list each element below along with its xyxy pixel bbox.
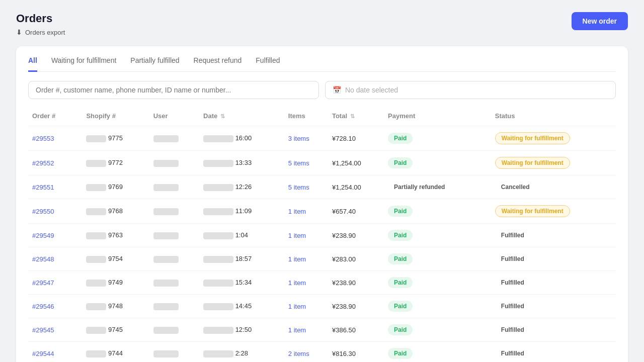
order-link[interactable]: #29544 — [32, 350, 54, 357]
order-link[interactable]: #29553 — [32, 135, 54, 142]
order-link[interactable]: #29545 — [32, 326, 54, 334]
items-link[interactable]: 1 item — [288, 232, 306, 239]
blurred-date — [203, 160, 233, 167]
date-cell: 16:00 — [199, 126, 284, 151]
status-badge: Fulfilled — [495, 324, 530, 335]
date-picker[interactable]: 📅 No date selected — [325, 81, 616, 99]
status-badge: Fulfilled — [495, 230, 530, 241]
page-title: Orders — [16, 12, 65, 25]
blurred-date — [203, 327, 233, 334]
orders-export-link[interactable]: ⬇ Orders export — [16, 28, 65, 36]
items-link[interactable]: 1 item — [288, 208, 306, 215]
items-link[interactable]: 1 item — [288, 303, 306, 310]
order-link[interactable]: #29551 — [32, 184, 54, 191]
items-cell: 1 item — [284, 224, 328, 247]
blurred-date — [203, 280, 233, 287]
blurred-user — [153, 160, 179, 167]
items-link[interactable]: 2 items — [288, 350, 309, 357]
tab-waiting[interactable]: Waiting for fulfillment — [51, 56, 116, 72]
col-total[interactable]: Total ⇅ — [328, 109, 384, 126]
payment-cell: Paid — [384, 295, 491, 318]
blurred-date — [203, 184, 233, 191]
total-cell: ¥1,254.00 — [328, 151, 384, 175]
status-badge: Waiting for fulfillment — [495, 157, 570, 169]
order-link[interactable]: #29549 — [32, 232, 54, 239]
total-cell: ¥816.30 — [328, 342, 384, 363]
tab-fulfilled[interactable]: Fulfilled — [256, 56, 280, 72]
user-cell — [149, 247, 199, 271]
items-cell: 1 item — [284, 271, 328, 295]
shopify-cell: 9775 — [82, 126, 149, 151]
payment-cell: Paid — [384, 151, 491, 175]
payment-cell: Paid — [384, 199, 491, 224]
search-input[interactable] — [28, 81, 319, 99]
tab-all[interactable]: All — [28, 56, 37, 72]
items-link[interactable]: 5 items — [288, 159, 309, 167]
total-cell: ¥238.90 — [328, 271, 384, 295]
status-badge: Waiting for fulfillment — [495, 132, 570, 144]
status-badge: Cancelled — [495, 182, 536, 193]
total-cell: ¥1,254.00 — [328, 175, 384, 199]
items-link[interactable]: 1 item — [288, 326, 306, 334]
status-cell: Fulfilled — [491, 271, 616, 295]
items-cell: 5 items — [284, 151, 328, 175]
blurred-date — [203, 350, 233, 357]
user-cell — [149, 342, 199, 363]
tab-partial[interactable]: Partially fulfilled — [130, 56, 179, 72]
items-link[interactable]: 3 items — [288, 135, 309, 142]
calendar-icon: 📅 — [333, 86, 341, 94]
items-link[interactable]: 1 item — [288, 279, 306, 287]
date-placeholder: No date selected — [345, 86, 398, 94]
shopify-cell: 9744 — [82, 342, 149, 363]
payment-badge: Paid — [388, 301, 413, 312]
user-cell — [149, 175, 199, 199]
table-row: #29547 9749 15:341 item¥238.90PaidFulfil… — [28, 271, 616, 295]
order-link[interactable]: #29546 — [32, 303, 54, 310]
blurred-user — [153, 256, 179, 263]
order-link[interactable]: #29550 — [32, 208, 54, 215]
col-date[interactable]: Date ⇅ — [199, 109, 284, 126]
order-link[interactable]: #29547 — [32, 279, 54, 287]
shopify-cell: 9754 — [82, 247, 149, 271]
orders-table: Order # Shopify # User Date ⇅ Items Tota… — [28, 109, 616, 362]
total-cell: ¥283.00 — [328, 247, 384, 271]
total-cell: ¥238.90 — [328, 295, 384, 318]
blurred-shopify — [86, 327, 106, 334]
shopify-cell: 9745 — [82, 318, 149, 342]
order-cell: #29546 — [28, 295, 82, 318]
blurred-shopify — [86, 184, 106, 191]
blurred-user — [153, 208, 179, 215]
tab-bar: All Waiting for fulfillment Partially fu… — [28, 56, 616, 72]
payment-cell: Paid — [384, 126, 491, 151]
items-link[interactable]: 1 item — [288, 255, 306, 263]
col-user: User — [149, 109, 199, 126]
date-cell: 11:09 — [199, 199, 284, 224]
blurred-shopify — [86, 232, 106, 239]
status-cell: Waiting for fulfillment — [491, 199, 616, 224]
items-cell: 1 item — [284, 199, 328, 224]
payment-badge: Paid — [388, 157, 413, 168]
blurred-shopify — [86, 208, 106, 215]
tab-refund[interactable]: Request refund — [194, 56, 242, 72]
payment-cell: Paid — [384, 247, 491, 271]
status-cell: Fulfilled — [491, 295, 616, 318]
order-link[interactable]: #29552 — [32, 159, 54, 167]
blurred-user — [153, 232, 179, 239]
payment-badge: Paid — [388, 277, 413, 288]
blurred-user — [153, 327, 179, 334]
payment-cell: Paid — [384, 342, 491, 363]
items-cell: 1 item — [284, 247, 328, 271]
status-cell: Waiting for fulfillment — [491, 151, 616, 175]
table-row: #29553 9775 16:003 items¥728.10PaidWaiti… — [28, 126, 616, 151]
blurred-date — [203, 232, 233, 239]
payment-cell: Paid — [384, 271, 491, 295]
items-link[interactable]: 5 items — [288, 184, 309, 191]
status-cell: Fulfilled — [491, 318, 616, 342]
table-row: #29546 9748 14:451 item¥238.90PaidFulfil… — [28, 295, 616, 318]
items-cell: 1 item — [284, 318, 328, 342]
order-link[interactable]: #29548 — [32, 255, 54, 263]
order-cell: #29551 — [28, 175, 82, 199]
new-order-button[interactable]: New order — [572, 12, 628, 30]
user-cell — [149, 126, 199, 151]
blurred-shopify — [86, 280, 106, 287]
